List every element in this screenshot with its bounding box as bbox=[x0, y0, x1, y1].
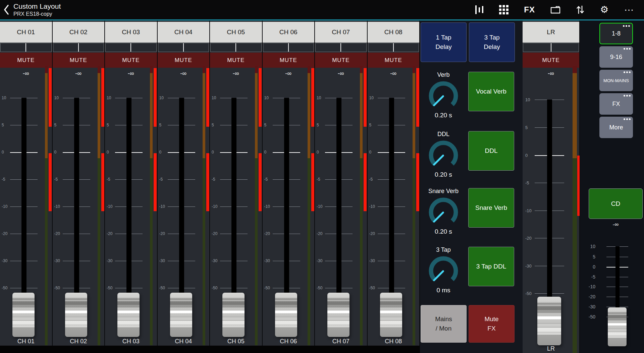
fader-scale-label: -20 bbox=[369, 231, 375, 236]
top-bar: Custom Layout PRX ES18-copy FX bbox=[0, 0, 644, 19]
fader-scale-label: -20 bbox=[525, 236, 532, 241]
fader-scale-label: -30 bbox=[264, 258, 270, 263]
fader-handle[interactable] bbox=[65, 293, 87, 337]
strip-footer bbox=[368, 346, 420, 353]
fx-panel: 1 Tap Delay 3 Tap Delay Verb 0.20 s Voca… bbox=[420, 20, 523, 353]
fader-scale-label: 5 bbox=[525, 125, 528, 130]
gear-icon[interactable]: ⚙ bbox=[600, 5, 608, 14]
topbar-icons: FX ⚙ … bbox=[475, 0, 634, 19]
strip-footer bbox=[210, 346, 263, 353]
channel-label: CH 03 bbox=[105, 338, 157, 345]
fader-handle[interactable] bbox=[380, 293, 402, 337]
fader-handle[interactable] bbox=[222, 293, 245, 337]
three-tap-delay-button[interactable]: 3 Tap Delay bbox=[469, 22, 515, 62]
folder-icon[interactable] bbox=[550, 5, 560, 14]
meter-safe-zone bbox=[203, 158, 205, 345]
fader-scale-label: 5 bbox=[54, 123, 57, 127]
button-label-line: FX bbox=[487, 324, 495, 333]
fx-knob[interactable] bbox=[427, 255, 460, 286]
mixer-main: CH 01 MUTE -∞ 1050-5-10-20-30-50 CH 01 C bbox=[0, 20, 644, 353]
fader-scale-label: -20 bbox=[2, 231, 7, 236]
channel-strip: CH 08 MUTE -∞ 1050-5-10-20-30-50 CH 08 bbox=[368, 20, 420, 353]
fx-slot: 3 Tap 0 ms 3 Tap DDL bbox=[420, 246, 523, 306]
fader-scale-label: -5 bbox=[369, 177, 373, 182]
strip-footer bbox=[53, 346, 105, 353]
one-tap-delay-button[interactable]: 1 Tap Delay bbox=[421, 22, 467, 62]
fader-handle[interactable] bbox=[117, 293, 140, 337]
fx-knob[interactable] bbox=[427, 196, 460, 227]
fx-slot: Verb 0.20 s Vocal Verb bbox=[420, 71, 523, 131]
fader-scale-label: 5 bbox=[580, 254, 595, 259]
meter-level-top bbox=[101, 68, 104, 127]
meter-peak-segment bbox=[150, 66, 153, 73]
button-label-line: 1 Tap bbox=[436, 33, 451, 42]
lr-master-strip: LR MUTE -∞ 1050-5-10-20-30-50 LR bbox=[523, 20, 580, 353]
fader-scale-label: 10 bbox=[369, 96, 374, 100]
fader-scale-label: -5 bbox=[2, 177, 5, 182]
meter-level-bottom bbox=[206, 153, 209, 211]
button-label-line: Mute bbox=[484, 314, 498, 324]
channel-strip: CH 03 MUTE -∞ 1050-5-10-20-30-50 CH 03 bbox=[105, 20, 158, 353]
meter-safe-zone bbox=[255, 158, 258, 345]
fader-scale-label: -50 bbox=[2, 286, 7, 290]
fx-icon[interactable]: FX bbox=[524, 5, 535, 14]
fader-scale-label: 10 bbox=[264, 96, 269, 100]
fader-handle[interactable] bbox=[327, 293, 350, 337]
fader-handle[interactable] bbox=[170, 293, 192, 337]
meter-safe-zone bbox=[45, 158, 48, 345]
aux-fader-handle[interactable] bbox=[608, 307, 627, 346]
fader-scale-label: -20 bbox=[580, 294, 595, 299]
fader-scale-label: -10 bbox=[264, 204, 270, 209]
page-subtitle: PRX ES18-copy bbox=[13, 11, 61, 17]
meter-hot-zone bbox=[255, 73, 258, 158]
aux-fader-scale: 1050-5-10-20-30-50 bbox=[580, 20, 644, 353]
fader-scale-label: -5 bbox=[54, 177, 58, 182]
fader-scale-label: -50 bbox=[525, 291, 532, 296]
fader-scale-label: -30 bbox=[212, 258, 217, 263]
fader-scale-label: 5 bbox=[369, 123, 372, 127]
aux-fader-area: 1050-5-10-20-30-50 bbox=[580, 20, 644, 353]
meter-peak-segment bbox=[413, 66, 415, 73]
meter-level-bottom bbox=[101, 153, 104, 211]
fader-handle[interactable] bbox=[275, 293, 297, 337]
channel-label: CH 06 bbox=[263, 338, 315, 345]
fader-scale-label: -5 bbox=[264, 177, 268, 182]
back-button[interactable] bbox=[2, 4, 11, 15]
fx-knob-label: Verb bbox=[421, 71, 466, 78]
fader-scale-label: -5 bbox=[159, 177, 163, 182]
title-block: Custom Layout PRX ES18-copy bbox=[13, 2, 61, 17]
channel-strip: CH 05 MUTE -∞ 1050-5-10-20-30-50 CH 05 bbox=[210, 20, 263, 353]
fx-preset-button[interactable]: Vocal Verb bbox=[468, 72, 514, 111]
mains-mon-button[interactable]: Mains / Mon bbox=[421, 305, 467, 343]
meter-peak-segment bbox=[255, 66, 258, 73]
meter-level-top bbox=[364, 68, 367, 127]
channel-strips: CH 01 MUTE -∞ 1050-5-10-20-30-50 CH 01 C bbox=[0, 20, 420, 353]
fx-knob[interactable] bbox=[427, 80, 460, 111]
fx-preset-button[interactable]: DDL bbox=[468, 131, 514, 171]
fader-scale-label: 0 bbox=[54, 150, 57, 155]
fader-scale-label: 10 bbox=[212, 96, 216, 100]
fader-scale-label: 5 bbox=[159, 123, 162, 127]
overflow-menu-icon[interactable]: … bbox=[624, 5, 634, 14]
fader-scale-label: -5 bbox=[212, 177, 215, 182]
sort-updown-icon[interactable] bbox=[576, 5, 585, 15]
grid-icon[interactable] bbox=[499, 5, 508, 14]
fader-handle[interactable] bbox=[12, 293, 35, 337]
mute-fx-button[interactable]: Mute FX bbox=[469, 305, 515, 343]
fx-preset-button[interactable]: Snare Verb bbox=[468, 188, 514, 228]
mixer-levels-icon[interactable] bbox=[475, 5, 484, 15]
fader-scale-label: -10 bbox=[317, 204, 322, 209]
fader-scale-label: -30 bbox=[2, 258, 7, 263]
fader-scale-label: -20 bbox=[317, 231, 322, 236]
fader-scale-label: -10 bbox=[2, 204, 7, 209]
fx-preset-button[interactable]: 3 Tap DDL bbox=[468, 247, 514, 286]
lr-fader-handle[interactable] bbox=[537, 297, 561, 345]
fx-knob[interactable] bbox=[427, 139, 460, 170]
fader-scale-label: -50 bbox=[580, 314, 595, 319]
meter-hot-zone bbox=[413, 73, 415, 158]
fader-scale-label: -10 bbox=[525, 208, 532, 213]
back-chevron-icon bbox=[3, 4, 9, 15]
fx-slot: Snare Verb 0.20 s Snare Verb bbox=[420, 188, 523, 247]
meter-level-top bbox=[154, 68, 157, 127]
fader-scale-label: -30 bbox=[369, 258, 375, 263]
